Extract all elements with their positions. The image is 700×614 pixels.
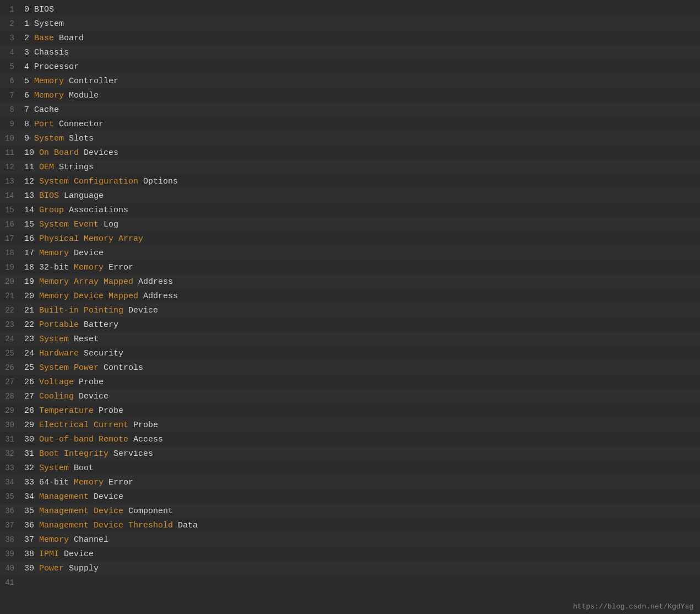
table-row: 4039 Power Supply (0, 561, 700, 575)
line-content: 28 Temperature Probe (20, 406, 123, 416)
line-content: 16 Physical Memory Array (20, 234, 143, 244)
line-number: 40 (0, 564, 20, 573)
table-row: 54 Processor (0, 60, 700, 74)
line-number: 11 (0, 148, 20, 157)
table-row: 3332 System Boot (0, 461, 700, 475)
line-number: 31 (0, 435, 20, 444)
line-number: 30 (0, 421, 20, 429)
line-content: 8 Port Connector (20, 120, 104, 129)
line-number: 1 (0, 5, 20, 14)
line-number: 3 (0, 34, 20, 42)
line-content: 11 OEM Strings (20, 163, 94, 172)
line-content: 2 Base Board (20, 34, 84, 43)
line-content: 6 Memory Module (20, 91, 99, 100)
line-content: 18 32-bit Memory Error (20, 263, 133, 272)
line-content: 32 System Boot (20, 464, 94, 473)
line-content: 23 System Reset (20, 335, 99, 344)
table-row: 1817 Memory Device (0, 246, 700, 260)
table-row: 2726 Voltage Probe (0, 375, 700, 389)
table-row: 2524 Hardware Security (0, 346, 700, 360)
table-row: 3231 Boot Integrity Services (0, 446, 700, 461)
table-row: 2827 Cooling Device (0, 389, 700, 403)
table-row: 76 Memory Module (0, 88, 700, 103)
line-number: 13 (0, 177, 20, 186)
table-row: 1110 On Board Devices (0, 146, 700, 160)
table-row: 2322 Portable Battery (0, 317, 700, 332)
table-row: 3837 Memory Channel (0, 532, 700, 547)
line-content: 12 System Configuration Options (20, 177, 178, 186)
line-number: 6 (0, 77, 20, 85)
line-content: 17 Memory Device (20, 249, 104, 258)
line-number: 38 (0, 535, 20, 544)
table-row: 1413 BIOS Language (0, 188, 700, 203)
line-number: 22 (0, 306, 20, 315)
line-number: 28 (0, 392, 20, 401)
line-number: 33 (0, 464, 20, 472)
table-row: 2019 Memory Array Mapped Address (0, 274, 700, 289)
table-row: 2423 System Reset (0, 332, 700, 346)
line-content: 10 On Board Devices (20, 148, 118, 158)
table-row: 3635 Management Device Component (0, 504, 700, 518)
line-number: 27 (0, 378, 20, 386)
table-row: 32 Base Board (0, 31, 700, 45)
line-content: 13 BIOS Language (20, 191, 104, 201)
table-row: 3534 Management Device (0, 489, 700, 504)
line-number: 19 (0, 263, 20, 272)
line-number: 39 (0, 550, 20, 558)
line-number: 2 (0, 19, 20, 28)
line-content: 36 Management Device Threshold Data (20, 521, 198, 530)
table-row: 98 Port Connector (0, 117, 700, 131)
line-number: 26 (0, 363, 20, 372)
code-container: 10 BIOS21 System32 Base Board43 Chassis5… (0, 0, 700, 592)
table-row: 65 Memory Controller (0, 74, 700, 88)
table-row: 1514 Group Associations (0, 203, 700, 217)
line-content: 29 Electrical Current Probe (20, 421, 158, 430)
line-content: 24 Hardware Security (20, 349, 123, 358)
line-content: 7 Cache (20, 105, 59, 115)
line-content: 33 64-bit Memory Error (20, 478, 133, 487)
line-content: 5 Memory Controller (20, 77, 118, 86)
line-content: 14 Group Associations (20, 206, 128, 215)
line-number: 15 (0, 206, 20, 214)
line-content: 20 Memory Device Mapped Address (20, 292, 178, 301)
line-number: 32 (0, 449, 20, 458)
url-bar: https://blog.csdn.net/KgdYsg (573, 602, 693, 611)
line-number: 35 (0, 492, 20, 501)
line-content: 34 Management Device (20, 492, 123, 502)
line-content: 27 Cooling Device (20, 392, 108, 401)
line-number: 10 (0, 134, 20, 143)
line-number: 4 (0, 48, 20, 57)
line-content: 22 Portable Battery (20, 320, 118, 330)
line-content: 19 Memory Array Mapped Address (20, 277, 173, 287)
table-row: 21 System (0, 17, 700, 31)
table-row: 3736 Management Device Threshold Data (0, 518, 700, 532)
line-number: 23 (0, 320, 20, 329)
line-content: 31 Boot Integrity Services (20, 449, 153, 459)
line-content: 30 Out-of-band Remote Access (20, 435, 163, 444)
table-row: 1716 Physical Memory Array (0, 231, 700, 246)
table-row: 3130 Out-of-band Remote Access (0, 432, 700, 446)
line-content: 35 Management Device Component (20, 507, 173, 516)
table-row: 3433 64-bit Memory Error (0, 475, 700, 489)
table-row: 1615 System Event Log (0, 217, 700, 231)
line-number: 34 (0, 478, 20, 487)
line-content: 3 Chassis (20, 48, 69, 57)
line-number: 24 (0, 335, 20, 343)
line-content: 26 Voltage Probe (20, 378, 104, 387)
table-row: 2221 Built-in Pointing Device (0, 303, 700, 317)
line-number: 20 (0, 277, 20, 286)
line-content: 15 System Event Log (20, 220, 118, 229)
line-number: 16 (0, 220, 20, 229)
line-number: 12 (0, 163, 20, 171)
line-content: 9 System Slots (20, 134, 94, 143)
line-content: 1 System (20, 19, 64, 29)
line-number: 29 (0, 406, 20, 415)
line-number: 18 (0, 249, 20, 257)
table-row: 2120 Memory Device Mapped Address (0, 289, 700, 303)
line-number: 7 (0, 91, 20, 100)
line-number: 21 (0, 292, 20, 300)
line-number: 17 (0, 234, 20, 243)
table-row: 1312 System Configuration Options (0, 174, 700, 188)
table-row: 3938 IPMI Device (0, 547, 700, 561)
line-number: 8 (0, 105, 20, 114)
